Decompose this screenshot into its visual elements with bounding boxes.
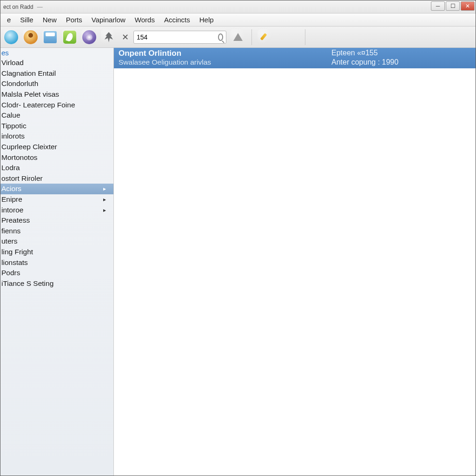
sidebar-item-label: Malsla Pelet visas: [1, 90, 59, 99]
band-right1-label: Epteen: [331, 49, 355, 57]
sidebar-item[interactable]: Clodr- Leatercep Foine: [0, 99, 113, 110]
sidebar-item-label: Aciors: [1, 185, 21, 193]
sidebar-item[interactable]: Clagnation Entail: [0, 68, 113, 79]
leaf-icon: [63, 31, 76, 44]
sidebar-item-label: Preatess: [1, 216, 30, 225]
sidebar-item[interactable]: Tippotic: [0, 121, 113, 132]
sidebar-item-label: intoroe: [1, 206, 23, 214]
medal-icon: [24, 30, 38, 44]
search-icon: [218, 33, 223, 41]
menu-vapinarlow[interactable]: Vapinarlow: [87, 14, 130, 25]
triangle-icon: [233, 33, 243, 41]
sidebar-item[interactable]: uters: [0, 236, 113, 247]
sidebar-item-label: Lodra: [1, 164, 20, 172]
close-icon: ✕: [122, 32, 129, 42]
toolbar-separator: [251, 29, 252, 45]
box-button[interactable]: [42, 29, 58, 45]
close-button[interactable]: ✕: [461, 1, 475, 11]
window-title: ect on Radd: [3, 4, 33, 10]
band-right1: Epteen «¤155: [331, 49, 471, 58]
sidebar-item-label: Mortonotos: [1, 153, 38, 162]
band-right2-label: Anter copung: [331, 58, 376, 66]
band-right1-value: «¤155: [357, 49, 378, 57]
sidebar-item-label: Cuprleep Cleixter: [1, 143, 57, 151]
menu-help[interactable]: Help: [195, 14, 218, 25]
menu-sille[interactable]: Sille: [15, 14, 38, 25]
content: Onpent Orlintion Epteen «¤155 Swalasee O…: [114, 48, 476, 476]
sidebar-item[interactable]: Clondorluth: [0, 79, 113, 89]
sidebar-item-label: iTiance S Seting: [1, 279, 53, 288]
search-input-wrap[interactable]: [133, 31, 226, 44]
sidebar-item-label: Tippotic: [1, 122, 26, 130]
band-right2: Anter copung : 1990: [331, 58, 471, 66]
sidebar-item-label: lionstats: [1, 258, 28, 267]
band-title: Onpent Orlintion: [119, 49, 331, 58]
sidebar-item[interactable]: Enipre▸: [0, 194, 113, 205]
sidebar-item[interactable]: Malsla Pelet visas: [0, 89, 113, 100]
chevron-right-icon: ▸: [103, 207, 111, 213]
sidebar-item[interactable]: inlorots: [0, 131, 113, 142]
content-header-band: Onpent Orlintion Epteen «¤155 Swalasee O…: [114, 48, 476, 68]
orb-button[interactable]: [81, 29, 97, 45]
sidebar-item-label: fienns: [1, 227, 20, 235]
band-subtitle: Swalasee Oeliguation arivlas: [119, 58, 331, 66]
globe-button[interactable]: [3, 29, 19, 45]
sidebar-item[interactable]: Virload: [0, 58, 113, 68]
content-body: [114, 68, 476, 476]
sidebar-item[interactable]: Lodra: [0, 163, 113, 173]
app-window: ect on Radd — ─ ☐ ✕ e Sille New Ports Va…: [0, 0, 476, 476]
menu-e[interactable]: e: [2, 14, 15, 25]
body: es VirloadClagnation EntailClondorluthMa…: [0, 48, 476, 476]
sidebar-item-label: Podrs: [1, 269, 20, 277]
window-controls: ─ ☐ ✕: [431, 1, 475, 11]
sidebar-item[interactable]: fienns: [0, 226, 113, 237]
title-dash: —: [37, 4, 43, 10]
box-icon: [44, 31, 57, 43]
sidebar: es VirloadClagnation EntailClondorluthMa…: [0, 48, 114, 476]
maximize-button[interactable]: ☐: [446, 1, 460, 11]
warning-button[interactable]: [230, 29, 246, 45]
sidebar-item[interactable]: Cuprleep Cleixter: [0, 142, 113, 152]
sidebar-item-label: inlorots: [1, 132, 25, 140]
leaf-button[interactable]: [62, 29, 78, 45]
chevron-right-icon: ▸: [103, 196, 111, 203]
search-input[interactable]: [137, 33, 218, 41]
eagle-button[interactable]: [101, 29, 117, 45]
pencil-button[interactable]: [258, 29, 273, 45]
sidebar-item[interactable]: intoroe▸: [0, 205, 113, 215]
sidebar-item-label: Clodr- Leatercep Foine: [1, 101, 75, 109]
sidebar-item[interactable]: Mortonotos: [0, 152, 113, 163]
sidebar-item[interactable]: Calue: [0, 110, 113, 121]
sidebar-item-label: ling Fright: [1, 248, 33, 256]
globe-icon: [4, 30, 18, 44]
sidebar-item[interactable]: ling Fright: [0, 247, 113, 258]
sidebar-item[interactable]: lionstats: [0, 257, 113, 268]
menu-words[interactable]: Words: [130, 14, 159, 25]
sidebar-item-label: Enipre: [1, 195, 22, 204]
minimize-button[interactable]: ─: [431, 1, 445, 11]
eagle-icon: [102, 30, 116, 44]
sidebar-item[interactable]: Podrs: [0, 268, 113, 278]
menu-accincts[interactable]: Accincts: [159, 14, 195, 25]
medal-button[interactable]: [23, 29, 39, 45]
sidebar-item-label: Clondorluth: [1, 79, 38, 88]
sidebar-header[interactable]: es: [0, 48, 113, 58]
clear-button[interactable]: ✕: [120, 33, 130, 42]
sidebar-item-label: Clagnation Entail: [1, 69, 56, 78]
toolbar-separator-end: [305, 29, 305, 45]
sidebar-item[interactable]: Aciors▸: [0, 184, 113, 194]
menu-new[interactable]: New: [38, 14, 61, 25]
sidebar-item-label: uters: [1, 237, 17, 245]
menubar: e Sille New Ports Vapinarlow Words Accin…: [0, 13, 476, 26]
menu-ports[interactable]: Ports: [61, 14, 87, 25]
pencil-icon: [260, 32, 271, 42]
titlebar: ect on Radd — ─ ☐ ✕: [0, 0, 476, 13]
orb-icon: [82, 30, 96, 44]
sidebar-item[interactable]: iTiance S Seting: [0, 278, 113, 289]
toolbar: ✕: [0, 26, 476, 48]
sidebar-item-label: Calue: [1, 111, 20, 119]
chevron-right-icon: ▸: [103, 185, 111, 192]
sidebar-item[interactable]: ostort Riroler: [0, 173, 113, 184]
sidebar-item-label: Virload: [1, 59, 24, 67]
sidebar-item[interactable]: Preatess: [0, 215, 113, 226]
